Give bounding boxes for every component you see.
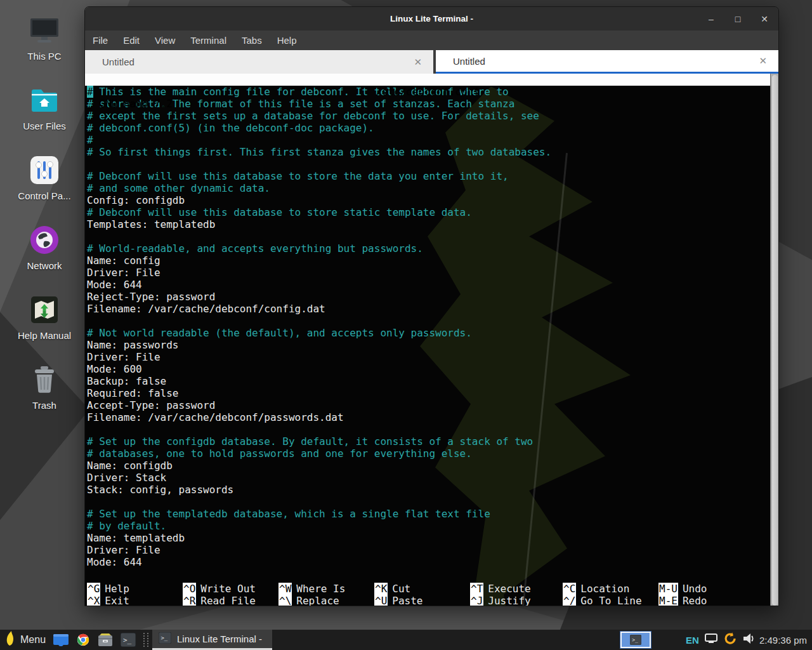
desktop-icon-label: Control Pa... <box>18 190 70 201</box>
shortcut-go-to-line: ^/Go To Line <box>563 595 658 606</box>
editor-line: # Set up the configdb database. By defau… <box>85 435 778 448</box>
monitor-icon <box>27 14 62 47</box>
editor-line: Mode: 600 <box>85 363 778 375</box>
shortcut-replace: ^\Replace <box>278 595 374 606</box>
desktop-icon-label: This PC <box>27 51 61 62</box>
taskbar-window-label: Linux Lite Terminal - <box>177 633 262 644</box>
panel-separator-handle[interactable] <box>143 633 148 647</box>
keyboard-layout-indicator[interactable]: EN <box>686 635 699 646</box>
editor-line: Driver: File <box>85 351 778 363</box>
nano-shortcut-row-2: ^XExit ^RRead File ^\Replace ^UPaste ^JJ… <box>85 595 778 606</box>
editor-line: # and some other dynamic data. <box>85 182 778 194</box>
maximize-button[interactable]: □ <box>733 14 743 24</box>
editor-line: # databases, one to hold passwords and o… <box>85 448 778 460</box>
desktop-icon-label: Trash <box>32 400 56 411</box>
window-titlebar[interactable]: Linux Lite Terminal - – □ ✕ <box>85 7 778 30</box>
editor-line: Driver: Stack <box>85 472 778 484</box>
menu-tabs[interactable]: Tabs <box>242 35 262 46</box>
editor-line: # Debconf will use this database to stor… <box>85 206 778 218</box>
editor-line: # by default. <box>85 520 778 532</box>
svg-text:>_: >_ <box>160 635 167 641</box>
svg-text:>_: >_ <box>123 636 132 644</box>
desktop-icon-label: Help Manual <box>18 330 71 341</box>
window-title: Linux Lite Terminal - <box>85 7 778 30</box>
terminal-launcher-icon[interactable]: >_ <box>121 633 136 647</box>
editor-line: Name: passwords <box>85 339 778 351</box>
shortcut-paste: ^UPaste <box>374 595 470 606</box>
terminal-scrollbar[interactable] <box>770 74 778 606</box>
desktop-icon-help-manual[interactable]: Help Manual <box>9 293 80 363</box>
display-settings-icon[interactable] <box>705 633 717 646</box>
editor-line: # Set up the templatedb database, which … <box>85 508 778 520</box>
trash-icon <box>30 363 58 396</box>
shortcut-execute: ^TExecute <box>470 583 563 595</box>
desktop-icon-control-panel[interactable]: Control Pa... <box>9 154 80 223</box>
scrollbar-thumb[interactable] <box>772 75 778 606</box>
desktop-icons: This PC User Files Control Pa... Network… <box>9 14 80 433</box>
editor-line: # Debconf will use this database to stor… <box>85 170 778 182</box>
editor-line: Driver: File <box>85 267 778 279</box>
editor-line: Filename: /var/cache/debconf/config.dat <box>85 303 778 315</box>
desktop-icon-this-pc[interactable]: This PC <box>9 14 80 84</box>
editor-line <box>85 158 778 170</box>
manual-map-icon <box>29 293 60 326</box>
terminal-screen[interactable]: /etc/debconf.conf GNU nano 7.2 # This is… <box>85 74 778 606</box>
tab-label: Untitled <box>453 56 485 67</box>
editor-line <box>85 496 778 508</box>
tab-untitled-1[interactable]: Untitled ✕ <box>85 50 433 74</box>
menu-edit[interactable]: Edit <box>123 35 140 46</box>
shortcut-where-is: ^WWhere Is <box>278 583 374 595</box>
start-menu-label: Menu <box>20 634 46 646</box>
editor-line: Backup: false <box>85 375 778 387</box>
editor-line: Stack: config, passwords <box>85 484 778 496</box>
minimize-button[interactable]: – <box>706 14 716 24</box>
nano-shortcut-row-1: ^GHelp ^OWrite Out ^WWhere Is ^KCut ^TEx… <box>85 583 778 595</box>
file-cabinet-icon[interactable] <box>98 633 113 647</box>
tab-close-icon[interactable]: ✕ <box>759 55 767 67</box>
sliders-icon <box>29 154 60 187</box>
close-button[interactable]: ✕ <box>759 14 769 24</box>
editor-line: # Not world readable (the default), and … <box>85 327 778 339</box>
file-manager-icon[interactable] <box>53 633 69 646</box>
editor-line: # store data. The format of this file is… <box>85 98 778 110</box>
editor-line: Name: config <box>85 255 778 267</box>
editor-line: Mode: 644 <box>85 556 778 568</box>
start-menu-button[interactable]: Menu <box>5 631 46 649</box>
desktop-icon-label: Network <box>27 260 62 271</box>
globe-icon <box>29 223 60 256</box>
workspace-pager[interactable]: >_ <box>620 632 651 648</box>
editor-line: Required: false <box>85 387 778 399</box>
nano-titlebar: /etc/debconf.conf GNU nano 7.2 <box>85 74 770 86</box>
editor-line: Name: templatedb <box>85 532 778 544</box>
menu-view[interactable]: View <box>155 35 175 46</box>
editor-line: Driver: File <box>85 544 778 556</box>
shortcut-write-out: ^OWrite Out <box>183 583 278 595</box>
desktop-icon-user-files[interactable]: User Files <box>9 84 80 154</box>
tab-close-icon[interactable]: ✕ <box>414 56 422 68</box>
tab-untitled-2-active[interactable]: Untitled ✕ <box>436 50 778 74</box>
editor-line: Config: configdb <box>85 194 778 206</box>
taskbar-window-button[interactable]: >_ Linux Lite Terminal - <box>152 630 272 650</box>
nano-version: GNU nano 7.2 <box>87 98 173 110</box>
home-folder-icon <box>29 84 60 117</box>
volume-icon[interactable] <box>743 633 754 647</box>
menu-terminal[interactable]: Terminal <box>190 35 226 46</box>
desktop-icon-network[interactable]: Network <box>9 223 80 293</box>
shortcut-location: ^CLocation <box>563 583 658 595</box>
system-tray: EN <box>686 632 754 648</box>
shortcut-undo: M-UUndo <box>658 583 778 595</box>
terminal-icon: >_ <box>159 632 171 646</box>
menu-help[interactable]: Help <box>277 35 297 46</box>
tab-bar: Untitled ✕ Untitled ✕ <box>85 50 778 74</box>
editor-line: # except the first sets up a database fo… <box>85 110 778 122</box>
editor-line: Name: configdb <box>85 460 778 472</box>
taskbar-clock: 2:49:36 pm <box>759 635 807 646</box>
taskbar: Menu >_ >_ Linux Lite Terminal - >_ EN 2… <box>0 630 812 650</box>
svg-text:>_: >_ <box>632 637 638 643</box>
tab-label: Untitled <box>102 56 134 67</box>
chrome-browser-icon[interactable] <box>76 633 90 647</box>
menu-file[interactable]: File <box>93 35 108 46</box>
desktop-icon-trash[interactable]: Trash <box>9 363 80 433</box>
update-notifier-icon[interactable] <box>723 632 737 648</box>
editor-line <box>85 423 778 435</box>
